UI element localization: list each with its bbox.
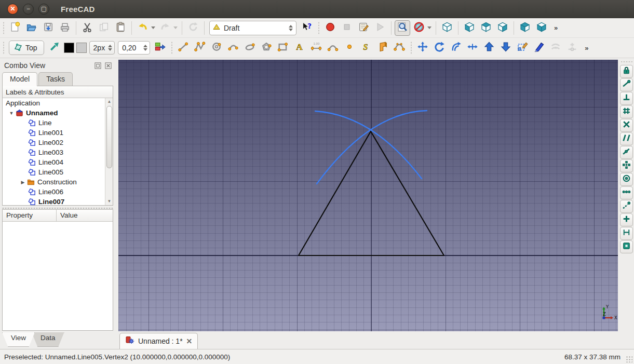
window-close-button[interactable]: ✕: [7, 4, 18, 15]
draft-circle[interactable]: [209, 40, 224, 56]
draft-facebinder[interactable]: [375, 40, 390, 56]
draft-dimension[interactable]: 1.00: [308, 40, 324, 56]
snap-dimensions-button[interactable]: [620, 227, 633, 240]
view-top[interactable]: [478, 20, 494, 36]
tree-item-line[interactable]: Line: [3, 118, 105, 128]
toolbar-grip[interactable]: [1, 21, 6, 35]
draft-shapestring[interactable]: S: [358, 40, 374, 56]
draft-wire[interactable]: [192, 40, 208, 56]
snap-lock-button[interactable]: [620, 65, 633, 78]
snap-workingplane-button[interactable]: [620, 240, 633, 253]
snap-endpoint-button[interactable]: [620, 78, 633, 91]
scroll-thumb[interactable]: [106, 106, 112, 168]
property-column-header[interactable]: Property: [3, 210, 57, 221]
draft-polygon[interactable]: [259, 40, 274, 56]
draft-point[interactable]: [342, 40, 357, 56]
draft-bezier[interactable]: [392, 40, 407, 56]
tab-data[interactable]: Data: [32, 332, 64, 347]
draft-rectangle[interactable]: [275, 40, 291, 56]
new-document[interactable]: [7, 20, 23, 36]
toolbar1-overflow[interactable]: »: [551, 24, 561, 32]
draft-downgrade[interactable]: [498, 40, 514, 56]
tab-model[interactable]: Model: [2, 72, 37, 86]
working-plane-button[interactable]: Top: [9, 41, 44, 55]
tree-item-line001[interactable]: Line001: [3, 128, 105, 138]
snap-perpendicular-button[interactable]: [620, 92, 633, 105]
toolbar-grip[interactable]: [409, 41, 413, 55]
tree-item-line003[interactable]: Line003: [3, 147, 105, 157]
snap-intersection-button[interactable]: [620, 119, 633, 132]
draw-style[interactable]: [411, 20, 427, 36]
window-maximize-button[interactable]: ▢: [38, 4, 49, 15]
whats-this-help[interactable]: ?: [299, 20, 315, 36]
view-axonometric[interactable]: [439, 20, 455, 36]
macro-edit[interactable]: [356, 20, 371, 36]
window-resize-grip[interactable]: [626, 356, 632, 362]
panel-float-icon[interactable]: [93, 61, 102, 70]
toggle-construction-mode[interactable]: [47, 40, 62, 56]
tree-item-application[interactable]: Application: [3, 98, 105, 108]
draft-edit[interactable]: [531, 40, 547, 56]
tab-view[interactable]: View: [2, 332, 35, 347]
toolbar-grip[interactable]: [1, 41, 6, 55]
panel-close-icon[interactable]: [104, 61, 112, 70]
tree-item-line002[interactable]: Line002: [3, 138, 105, 147]
draft-bspline[interactable]: [325, 40, 341, 56]
scroll-up-icon[interactable]: ▲: [105, 98, 113, 105]
view-bottom[interactable]: [534, 20, 549, 36]
draw-style-dropdown-icon[interactable]: [427, 26, 431, 29]
cut[interactable]: [79, 20, 95, 36]
tree-item-line007[interactable]: Line007: [3, 197, 105, 205]
expander-closed-icon[interactable]: ▶: [19, 180, 26, 185]
draft-text[interactable]: A: [292, 40, 307, 56]
tree-item-line006[interactable]: Line006: [3, 187, 105, 197]
line-width-spinner[interactable]: 2px: [89, 41, 115, 55]
combo-spinner-icon[interactable]: [289, 25, 294, 31]
tree-item-unnamed[interactable]: ▼Unnamed: [3, 108, 105, 118]
3d-viewport[interactable]: Y X Z: [118, 60, 618, 331]
apply-current-style[interactable]: [152, 40, 168, 56]
snap-angle-button[interactable]: [620, 213, 633, 226]
snap-toolbar-grip[interactable]: [621, 60, 632, 63]
snap-midpoint-button[interactable]: [620, 159, 633, 172]
draft-move[interactable]: [415, 40, 430, 56]
window-minimize-button[interactable]: −: [23, 4, 34, 15]
text-size-spinner[interactable]: 0,20: [118, 41, 150, 55]
scroll-down-icon[interactable]: ▼: [105, 198, 113, 205]
save-document[interactable]: [41, 20, 56, 36]
undo[interactable]: [135, 20, 151, 36]
value-column-header[interactable]: Value: [57, 210, 78, 221]
macro-record[interactable]: [322, 20, 338, 36]
snap-center-button[interactable]: [620, 173, 633, 186]
view-fit-all[interactable]: [395, 20, 410, 36]
snap-parallel-button[interactable]: [620, 132, 633, 145]
spinner-arrows-icon[interactable]: [143, 45, 149, 51]
tab-tasks[interactable]: Tasks: [38, 72, 73, 86]
snap-near-button[interactable]: [620, 146, 633, 159]
draft-trimex[interactable]: [465, 40, 480, 56]
draft-offset[interactable]: [448, 40, 464, 56]
draft-rotate[interactable]: [431, 40, 447, 56]
spinner-arrows-icon[interactable]: [108, 45, 113, 51]
document-tab-close-icon[interactable]: ✕: [186, 337, 193, 345]
draft-arc[interactable]: [225, 40, 241, 56]
document-tab[interactable]: Unnamed : 1* ✕: [119, 333, 198, 349]
face-color-swatch[interactable]: [76, 43, 87, 53]
toolbar2-overflow[interactable]: »: [582, 44, 591, 52]
workbench-selector[interactable]: Draft: [209, 21, 296, 35]
tree-scrollbar[interactable]: ▲ ▼: [105, 98, 113, 205]
expander-open-icon[interactable]: ▼: [8, 111, 15, 116]
tree-item-line005[interactable]: Line005: [3, 167, 105, 177]
tree-item-construction[interactable]: ▶Construction: [3, 177, 105, 187]
view-right[interactable]: [495, 20, 510, 36]
undo-dropdown-icon[interactable]: [151, 26, 155, 29]
draft-upgrade[interactable]: [481, 40, 497, 56]
toolbar-grip[interactable]: [316, 21, 321, 35]
paste[interactable]: [113, 20, 128, 36]
toolbar-grip[interactable]: [169, 41, 174, 55]
print[interactable]: [57, 20, 73, 36]
snap-extension-button[interactable]: [620, 200, 633, 213]
draft-scale[interactable]: [515, 40, 530, 56]
view-rear[interactable]: [517, 20, 533, 36]
open-document[interactable]: [24, 20, 39, 36]
